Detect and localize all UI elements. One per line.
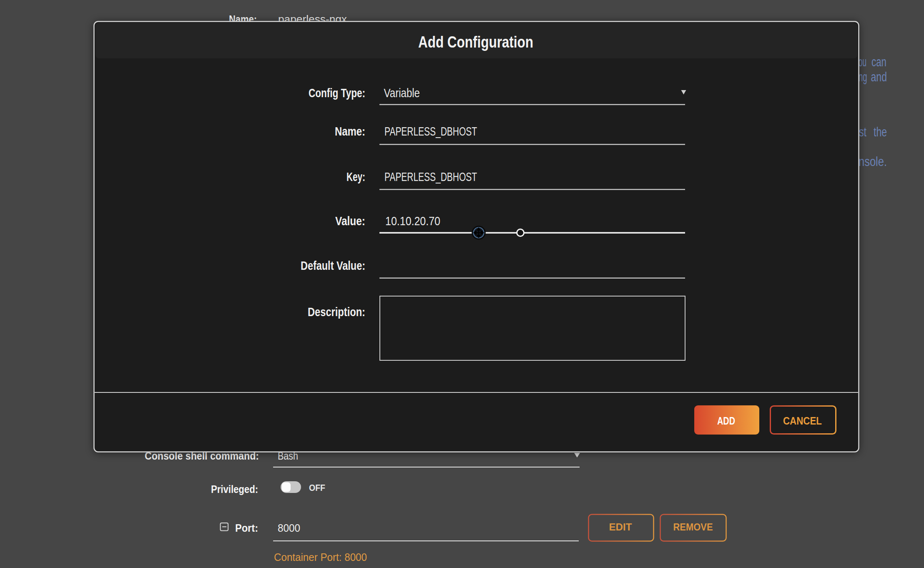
svg-text:Description:: Description:	[308, 305, 365, 319]
svg-text:ng: ng	[859, 70, 867, 84]
svg-text:OFF: OFF	[309, 483, 325, 493]
svg-text:Variable: Variable	[384, 86, 420, 100]
svg-text:Port:: Port:	[235, 522, 258, 534]
svg-text:EDIT: EDIT	[609, 521, 632, 533]
svg-text:8000: 8000	[278, 522, 300, 534]
svg-text:Add Configuration: Add Configuration	[418, 33, 533, 51]
svg-text:can: can	[871, 55, 886, 69]
svg-text:nsole.: nsole.	[859, 154, 887, 169]
svg-text:ADD: ADD	[717, 415, 735, 427]
svg-text:Name:: Name:	[335, 124, 365, 138]
svg-text:Config Type:: Config Type:	[309, 86, 365, 100]
svg-text:REMOVE: REMOVE	[673, 521, 713, 533]
svg-text:CANCEL: CANCEL	[783, 415, 822, 427]
svg-text:Key:: Key:	[346, 170, 365, 183]
svg-text:and: and	[871, 70, 887, 84]
svg-text:Container Port: 8000: Container Port: 8000	[274, 551, 367, 563]
svg-text:st: st	[859, 125, 866, 139]
svg-text:ou: ou	[859, 55, 866, 69]
svg-text:Value:: Value:	[335, 214, 365, 228]
svg-text:the: the	[874, 125, 887, 139]
svg-text:PAPERLESS_DBHOST: PAPERLESS_DBHOST	[384, 170, 477, 183]
svg-text:PAPERLESS_DBHOST: PAPERLESS_DBHOST	[384, 124, 477, 138]
svg-text:10.10.20.70: 10.10.20.70	[385, 214, 440, 228]
svg-text:Default Value:: Default Value:	[301, 259, 365, 272]
svg-text:Privileged:: Privileged:	[211, 483, 258, 495]
